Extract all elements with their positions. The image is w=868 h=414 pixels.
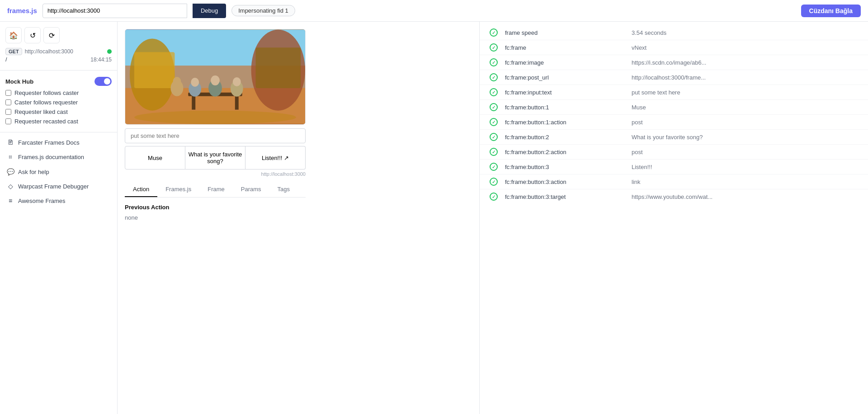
svg-rect-6 [256, 47, 301, 88]
check-circle-2 [490, 58, 498, 66]
app-logo: frames.js [7, 7, 37, 14]
frame-button-2[interactable]: What is your favorite song? [185, 146, 245, 169]
check-icon-8 [489, 148, 499, 156]
meta-val-9: Listen!!! [632, 164, 859, 170]
frame-area: Muse What is your favorite song? Listen!… [118, 22, 434, 235]
doc-icon: 🖹 [6, 139, 14, 146]
meta-row: fc:frame:image https://i.scdn.co/image/a… [480, 55, 868, 70]
meta-key-2: fc:frame:image [505, 59, 632, 66]
frame-button-3[interactable]: Listen!!! ↗ [245, 146, 306, 169]
link-icon: ⌗ [6, 153, 14, 161]
check-circle-0 [490, 28, 498, 37]
check-icon-9 [489, 163, 499, 171]
meta-val-8: post [632, 149, 859, 155]
topbar: frames.js Debug Impersonating fid 1 Cüzd… [0, 0, 868, 22]
meta-val-3: http://localhost:3000/frame... [632, 74, 859, 81]
check-icon-11 [489, 193, 499, 201]
check-circle-6 [490, 118, 498, 126]
impersonating-badge: Impersonating fid 1 [231, 5, 295, 16]
checkbox-requester-liked-cast[interactable]: Requester liked cast [5, 108, 112, 115]
meta-val-4: put some text here [632, 89, 859, 96]
list-icon: ≡ [6, 197, 14, 204]
check-icon-0 [489, 28, 499, 37]
previous-action-label: Previous Action [125, 204, 427, 211]
check-icon-6 [489, 118, 499, 126]
checkbox-list: Requester follows caster Caster follows … [0, 89, 117, 129]
tab-params[interactable]: Params [233, 182, 269, 197]
frame-source-url: http://localhost:3000 [125, 171, 306, 177]
tab-action[interactable]: Action [125, 182, 157, 197]
meta-row: frame speed 3.54 seconds [480, 25, 868, 40]
sidebar-slash-row: / 18:44:15 [0, 56, 117, 67]
check-icon-4 [489, 88, 499, 96]
svg-rect-9 [235, 96, 239, 110]
sidebar-item-framesjs-docs[interactable]: ⌗ Frames.js documentation [0, 150, 117, 165]
frame-text-input[interactable] [125, 128, 306, 143]
meta-key-6: fc:frame:button:1:action [505, 119, 632, 126]
meta-val-6: post [632, 119, 859, 126]
sidebar-item-warpcast-debugger[interactable]: ◇ Warpcast Frame Debugger [0, 179, 117, 193]
mock-hub-row: Mock Hub [0, 73, 117, 89]
sidebar-url-text: http://localhost:3000 [25, 48, 73, 55]
meta-key-11: fc:frame:button:3:target [505, 193, 632, 200]
meta-key-7: fc:frame:button:2 [505, 134, 632, 141]
meta-key-1: fc:frame [505, 44, 632, 51]
meta-val-11: https://www.youtube.com/wat... [632, 193, 859, 200]
divider-2 [0, 132, 117, 132]
sidebar-time: 18:44:15 [90, 56, 112, 63]
svg-point-15 [211, 75, 220, 85]
meta-key-5: fc:frame:button:1 [505, 104, 632, 111]
check-icon-10 [489, 178, 499, 186]
debug-button[interactable]: Debug [193, 4, 226, 18]
sidebar-item-awesome-frames[interactable]: ≡ Awesome Frames [0, 193, 117, 208]
checkbox-caster-follows-requester[interactable]: Caster follows requester [5, 99, 112, 106]
meta-key-10: fc:frame:button:3:action [505, 179, 632, 185]
meta-row: fc:frame:input:text put some text here [480, 85, 868, 100]
get-badge: GET [5, 48, 22, 55]
check-icon-7 [489, 133, 499, 141]
meta-row: fc:frame:button:3 Listen!!! [480, 160, 868, 174]
meta-row: fc:frame:post_url http://localhost:3000/… [480, 70, 868, 85]
checkbox-requester-recasted-cast[interactable]: Requester recasted cast [5, 118, 112, 125]
checkbox-requester-follows-caster[interactable]: Requester follows caster [5, 89, 112, 96]
check-circle-3 [490, 73, 498, 81]
tab-frame[interactable]: Frame [199, 182, 233, 197]
check-icon-1 [489, 43, 499, 52]
meta-row: fc:frame:button:1 Muse [480, 100, 868, 115]
meta-key-3: fc:frame:post_url [505, 74, 632, 81]
refresh-button[interactable]: ⟳ [43, 27, 60, 43]
tab-content: Previous Action none [125, 198, 427, 227]
connect-wallet-button[interactable]: Cüzdanı Bağla [801, 5, 861, 17]
sidebar-url-row: GET http://localhost:3000 [0, 48, 117, 56]
check-circle-7 [490, 133, 498, 141]
sidebar-actions: 🏠 ↺ ⟳ [0, 27, 117, 48]
check-icon-5 [489, 103, 499, 111]
svg-point-11 [173, 77, 181, 86]
history-button[interactable]: ↺ [24, 27, 41, 43]
meta-val-7: What is your favorite song? [632, 134, 859, 141]
check-icon-3 [489, 73, 499, 81]
sidebar-path: / [5, 56, 7, 63]
frame-image [125, 29, 305, 124]
meta-key-0: frame speed [505, 29, 632, 36]
sidebar-item-ask-help[interactable]: 💬 Ask for help [0, 165, 117, 179]
url-input[interactable] [42, 4, 187, 18]
mock-hub-label: Mock Hub [5, 78, 33, 85]
sidebar-item-farcaster-docs[interactable]: 🖹 Farcaster Frames Docs [0, 135, 117, 150]
meta-val-2: https://i.scdn.co/image/ab6... [632, 59, 859, 66]
meta-key-9: fc:frame:button:3 [505, 164, 632, 170]
svg-point-17 [233, 77, 241, 86]
frame-button-1[interactable]: Muse [125, 146, 185, 169]
tab-framesjs[interactable]: Frames.js [157, 182, 199, 197]
mock-hub-toggle[interactable] [94, 77, 112, 86]
home-button[interactable]: 🏠 [5, 27, 22, 43]
right-panel: frame speed 3.54 seconds fc:frame vNext … [479, 22, 868, 414]
check-circle-9 [490, 163, 498, 171]
previous-action-value: none [125, 214, 427, 221]
meta-row: fc:frame:button:3:action link [480, 174, 868, 189]
meta-key-8: fc:frame:button:2:action [505, 149, 632, 155]
check-icon-2 [489, 58, 499, 66]
tab-tags[interactable]: Tags [269, 182, 298, 197]
chat-icon: 💬 [6, 168, 14, 175]
meta-val-0: 3.54 seconds [632, 29, 859, 36]
